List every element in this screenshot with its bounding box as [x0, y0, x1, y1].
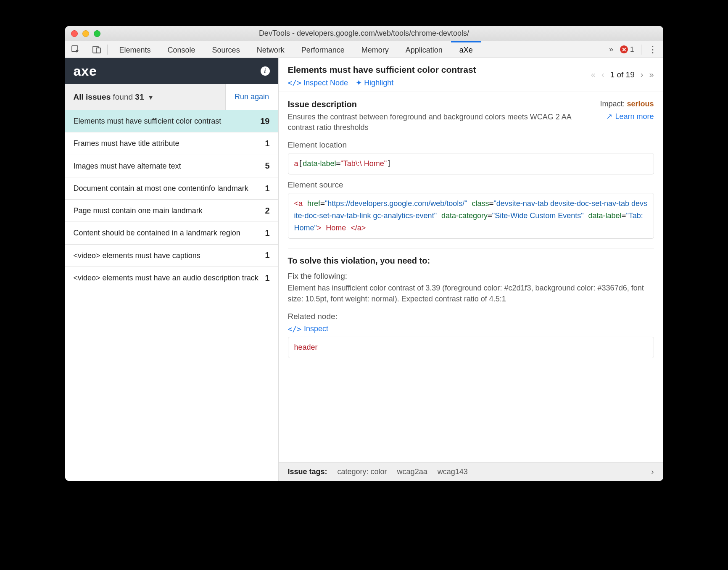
- element-location-code: a[data-label="a[data-label="Tab\:\ Home"…: [288, 153, 654, 174]
- issue-description-text: Ensures the contrast between foreground …: [288, 112, 590, 133]
- error-count: 1: [630, 45, 634, 54]
- panel-body: axe i All issues found 31 ▼ Run again El…: [65, 58, 663, 481]
- learn-more-link[interactable]: ↗Learn more: [600, 112, 654, 121]
- issue-row[interactable]: Page must contain one main landmark2: [65, 200, 278, 222]
- pager-first-icon[interactable]: «: [591, 70, 596, 79]
- window-title: DevTools - developers.google.com/web/too…: [65, 29, 663, 38]
- related-node-code: header: [288, 337, 654, 358]
- separator: [107, 45, 108, 55]
- impact-label: Impact: serious: [600, 100, 654, 108]
- issues-count: 31: [135, 92, 144, 101]
- detail-header: Elements must have sufficient color cont…: [279, 58, 663, 92]
- tab-elements[interactable]: Elements: [111, 41, 159, 58]
- fix-text: Element has insufficient color contrast …: [288, 282, 654, 304]
- tab-network[interactable]: Network: [248, 41, 293, 58]
- solve-heading: To solve this violation, you need to:: [288, 256, 654, 266]
- tab-performance[interactable]: Performance: [293, 41, 353, 58]
- code-icon: </>: [288, 325, 302, 333]
- axe-brand-bar: axe i: [65, 58, 278, 84]
- detail-body: Issue description Ensures the contrast b…: [279, 92, 663, 462]
- all-issues-dropdown[interactable]: All issues found 31 ▼: [65, 92, 225, 102]
- separator: [288, 248, 654, 248]
- related-node-label: Related node:: [288, 312, 654, 321]
- pager-text: 1 of 19: [610, 70, 635, 79]
- more-tabs-icon[interactable]: »: [609, 45, 613, 54]
- issue-row[interactable]: Frames must have title attribute1: [65, 132, 278, 155]
- all-issues-label: All issues: [74, 92, 111, 101]
- axe-logo: axe: [74, 63, 97, 79]
- issue-row[interactable]: Images must have alternate text5: [65, 155, 278, 177]
- impact-value: serious: [627, 100, 654, 108]
- element-location-label: Element location: [288, 140, 654, 150]
- tab-memory[interactable]: Memory: [353, 41, 397, 58]
- pager-last-icon[interactable]: »: [649, 70, 654, 79]
- element-source-code: <a href="https://developers.google.com/w…: [288, 193, 654, 239]
- inspect-link[interactable]: </>Inspect: [288, 325, 654, 333]
- svg-rect-2: [96, 48, 100, 53]
- devtools-window: DevTools - developers.google.com/web/too…: [65, 26, 663, 481]
- settings-kebab-icon[interactable]: ⋮: [648, 44, 657, 55]
- external-link-icon: ↗: [606, 112, 612, 121]
- titlebar: DevTools - developers.google.com/web/too…: [65, 26, 663, 41]
- tab-application[interactable]: Application: [397, 41, 451, 58]
- axe-sidebar: axe i All issues found 31 ▼ Run again El…: [65, 58, 279, 481]
- issue-row[interactable]: Content should be contained in a landmar…: [65, 222, 278, 244]
- tab-sources[interactable]: Sources: [204, 41, 248, 58]
- fix-label: Fix the following:: [288, 272, 654, 281]
- devtools-toolbar: Elements Console Sources Network Perform…: [65, 41, 663, 58]
- issue-description-heading: Issue description: [288, 100, 590, 109]
- error-icon: ✕: [620, 45, 628, 53]
- inspect-node-link[interactable]: </> Inspect Node: [288, 78, 348, 87]
- issue-row[interactable]: Document contain at most one contentinfo…: [65, 177, 278, 200]
- separator: [641, 45, 641, 55]
- all-issues-bar: All issues found 31 ▼ Run again: [65, 84, 278, 110]
- issue-detail: Elements must have sufficient color cont…: [279, 58, 663, 481]
- info-icon[interactable]: i: [261, 66, 270, 76]
- highlight-link[interactable]: ✦ Highlight: [356, 78, 393, 87]
- element-source-label: Element source: [288, 180, 654, 190]
- error-badge[interactable]: ✕ 1: [620, 45, 634, 54]
- issues-list: Elements must have sufficient color cont…: [65, 110, 278, 481]
- pager: « ‹ 1 of 19 › »: [591, 65, 654, 79]
- tag: category: color: [338, 467, 387, 476]
- device-toolbar-icon[interactable]: [86, 41, 107, 58]
- code-icon: </>: [288, 78, 302, 87]
- tab-console[interactable]: Console: [159, 41, 204, 58]
- devtools-tabs: Elements Console Sources Network Perform…: [111, 41, 481, 58]
- issue-row[interactable]: <video> elements must have an audio desc…: [65, 267, 278, 289]
- tab-axe[interactable]: aXe: [451, 41, 481, 58]
- issue-row[interactable]: <video> elements must have captions1: [65, 245, 278, 267]
- issue-row[interactable]: Elements must have sufficient color cont…: [65, 110, 278, 132]
- chevron-down-icon: ▼: [148, 94, 154, 101]
- issue-tags-bar[interactable]: Issue tags: category: color wcag2aa wcag…: [279, 462, 663, 481]
- pager-next-icon[interactable]: ›: [641, 70, 644, 79]
- pager-prev-icon[interactable]: ‹: [601, 70, 604, 79]
- chevron-right-icon[interactable]: ›: [652, 467, 654, 476]
- found-label: found: [113, 92, 133, 101]
- issue-tags-label: Issue tags:: [288, 467, 327, 476]
- target-icon: ✦: [356, 79, 362, 87]
- tag: wcag143: [438, 467, 468, 476]
- detail-title: Elements must have sufficient color cont…: [288, 65, 591, 75]
- tag: wcag2aa: [397, 467, 427, 476]
- inspect-element-icon[interactable]: [65, 41, 86, 58]
- run-again-button[interactable]: Run again: [225, 84, 278, 110]
